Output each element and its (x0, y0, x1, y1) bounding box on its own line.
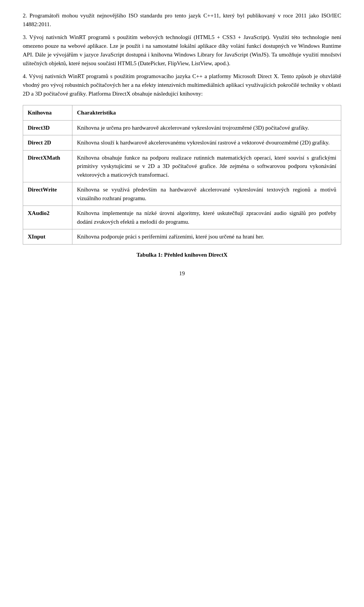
table-row: XInputKnihovna podporuje práci s perifer… (23, 229, 341, 245)
library-description: Knihovna obsahuje funkce na podporu real… (72, 150, 341, 182)
library-name: DirectWrite (23, 182, 72, 206)
table-header-row: Knihovna Charakteristika (23, 105, 341, 121)
item-2-prefix: 2. (23, 13, 30, 19)
directx-table: Knihovna Charakteristika Direct3DKnihovn… (23, 105, 341, 245)
list-item-2: 2. Programátoři mohou využít nejnovějšíh… (23, 11, 341, 29)
library-description: Knihovna implementuje na nízké úrovni al… (72, 206, 341, 229)
library-name: Direct 2D (23, 135, 72, 151)
main-content: 2. Programátoři mohou využít nejnovějšíh… (23, 11, 341, 277)
library-description: Knihovna podporuje práci s periferními z… (72, 229, 341, 245)
library-name: XInput (23, 229, 72, 245)
table-row: DirectWriteKnihovna se využívá především… (23, 182, 341, 206)
table-row: Direct3DKnihovna je určena pro hardwarov… (23, 120, 341, 135)
table-row: DirectXMathKnihovna obsahuje funkce na p… (23, 150, 341, 182)
library-description: Knihovna se využívá především na hardwar… (72, 182, 341, 206)
page-number: 19 (23, 270, 341, 277)
table-row: Direct 2DKnihovna slouží k hardwarově ak… (23, 135, 341, 151)
item-4-prefix: 4. (23, 73, 29, 79)
table-row: XAudio2Knihovna implementuje na nízké úr… (23, 206, 341, 229)
library-description: Knihovna je určena pro hardwarově akcele… (72, 120, 341, 135)
item-3-text: Vývoj nativních WinRT programů s použití… (23, 34, 341, 67)
item-3-prefix: 3. (23, 34, 29, 40)
item-2-text: Programátoři mohou využít nejnovějšího I… (23, 13, 341, 27)
table-caption: Tabulka 1: Přehled knihoven DirectX (23, 251, 341, 259)
list-item-4: 4. Vývoj nativních WinRT programů s použ… (23, 72, 341, 99)
col-header-characteristics: Charakteristika (72, 105, 341, 121)
list-item-3: 3. Vývoj nativních WinRT programů s použ… (23, 33, 341, 68)
library-name: Direct3D (23, 120, 72, 135)
library-description: Knihovna slouží k hardwarově akcelerovan… (72, 135, 341, 151)
library-name: DirectXMath (23, 150, 72, 182)
library-name: XAudio2 (23, 206, 72, 229)
col-header-library: Knihovna (23, 105, 72, 121)
item-4-text: Vývoj nativních WinRT programů s použití… (23, 73, 341, 97)
